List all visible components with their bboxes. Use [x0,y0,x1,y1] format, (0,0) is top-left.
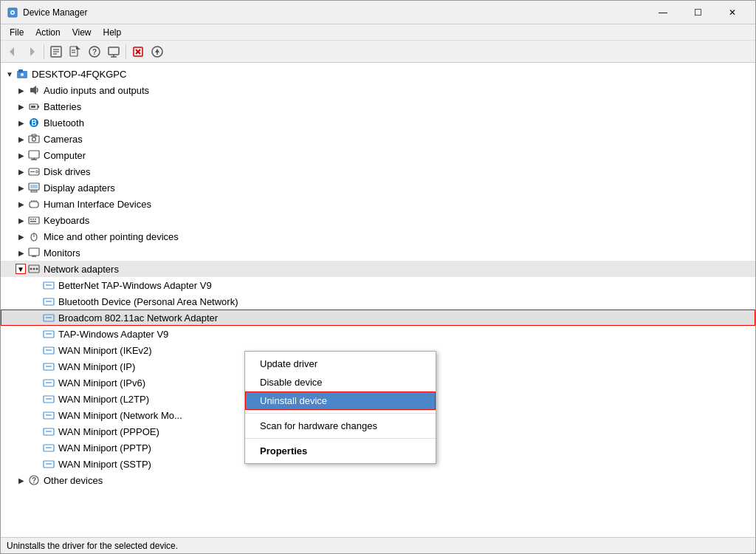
tree-item-hid[interactable]: ▶ Human Interface Devices [1,196,755,212]
otherdevices-icon: ? [27,474,41,486]
scan-hardware-button[interactable] [105,43,123,61]
svg-point-40 [36,171,38,173]
tree-item-bluetooth[interactable]: ▶ B Bluetooth [1,114,755,131]
download-button[interactable] [148,43,166,61]
back-button[interactable] [4,43,21,61]
close-button[interactable]: ✕ [715,1,749,24]
computer-expand-icon[interactable]: ▶ [16,149,27,161]
tree-item-mice[interactable]: ▶ Mice and other pointing devices [1,228,755,244]
svg-marker-27 [30,86,36,95]
tree-item-otherdevices[interactable]: ▶ ? Other devices [1,472,755,488]
svg-point-62 [33,268,35,270]
svg-rect-51 [32,219,34,220]
toolbar-sep-1 [44,44,44,59]
broadcom-label: Broadcom 802.11ac Network Adapter [58,312,218,324]
keyboards-label: Keyboards [44,215,89,226]
wan-pppoe-label: WAN Miniport (PPPOE) [58,426,159,437]
svg-rect-57 [29,248,39,256]
diskdrives-icon [27,165,41,177]
bluetooth-expand-icon[interactable]: ▶ [16,117,27,129]
hid-expand-icon[interactable]: ▶ [16,198,27,210]
tree-item-computer[interactable]: ▶ Computer [1,147,755,163]
forward-button[interactable] [23,43,41,61]
displayadapters-icon [27,182,41,194]
toolbar-sep-2 [126,44,126,59]
device-manager-window: Device Manager — ☐ ✕ File Action View He… [0,0,756,554]
wan-ikev2-icon [42,344,55,356]
wan-ikev2-label: WAN Miniport (IKEv2) [58,345,152,356]
tree-item-diskdrives[interactable]: ▶ Disk drives [1,163,755,179]
tree-item-cameras[interactable]: ▶ Cameras [1,131,755,147]
wan-sstp-label: WAN Miniport (SSTP) [58,459,151,470]
context-uninstall-device[interactable]: Uninstall device [245,391,436,410]
context-properties[interactable]: Properties [245,442,436,460]
otherdevices-expand-icon[interactable]: ▶ [16,474,27,486]
root-icon [16,68,29,80]
context-scan-hardware[interactable]: Scan for hardware changes [245,417,436,435]
status-bar: Uninstalls the driver for the selected d… [1,537,755,553]
uninstall-button[interactable] [129,43,147,61]
tree-pane[interactable]: ▼ DESKTOP-4FQKGPC ▶ [1,63,755,537]
root-expand-icon[interactable]: ▼ [4,68,16,80]
displayadapters-label: Display adapters [44,182,115,194]
tree-root[interactable]: ▼ DESKTOP-4FQKGPC [1,66,755,82]
tap-label: TAP-Windows Adapter V9 [58,329,168,340]
bluetooth-icon: B [27,117,41,129]
monitors-expand-icon[interactable]: ▶ [16,247,27,259]
help-button[interactable]: ? [86,43,103,61]
displayadapters-expand-icon[interactable]: ▶ [16,182,27,194]
computer-label: Computer [44,150,86,161]
svg-rect-25 [18,69,23,72]
tree-item-keyboards[interactable]: ▶ Keyboards [1,212,755,228]
tap-icon [42,328,55,340]
menu-action[interactable]: Action [30,26,66,39]
mice-label: Mice and other pointing devices [44,231,179,242]
menu-file[interactable]: File [4,26,30,39]
networkadapters-expand-icon[interactable]: ▼ [16,264,26,274]
svg-text:?: ? [32,476,36,485]
context-disable-device[interactable]: Disable device [245,373,436,391]
title-bar-icon [7,7,18,18]
tree-item-audio[interactable]: ▶ Audio inputs and outputs [1,82,755,98]
tree-item-tap[interactable]: ▶ TAP-Windows Adapter V9 [1,326,755,342]
context-update-driver[interactable]: Update driver [245,355,436,373]
svg-marker-3 [10,47,14,56]
menu-view[interactable]: View [66,26,97,39]
broadcom-icon [42,312,55,324]
wan-l2tp-label: WAN Miniport (L2TP) [58,394,149,405]
audio-expand-icon[interactable]: ▶ [16,84,27,96]
tree-item-displayadapters[interactable]: ▶ Display adapters [1,179,755,196]
tree-item-bluetoothdevice[interactable]: ▶ Bluetooth Device (Personal Area Networ… [1,293,755,310]
wan-sstp-icon [42,458,55,470]
title-bar: Device Manager — ☐ ✕ [1,1,755,24]
bluetoothdevice-icon [42,295,55,307]
tree-item-batteries[interactable]: ▶ Batteries [1,98,755,114]
wan-pptp-label: WAN Miniport (PPTP) [58,442,151,454]
tree-item-betternet[interactable]: ▶ BetterNet TAP-Windows Adapter V9 [1,277,755,293]
mice-expand-icon[interactable]: ▶ [16,230,27,242]
keyboards-expand-icon[interactable]: ▶ [16,214,27,226]
cameras-expand-icon[interactable]: ▶ [16,133,27,145]
update-driver-button[interactable] [66,43,84,61]
bluetoothdevice-label: Bluetooth Device (Personal Area Network) [58,296,238,307]
batteries-expand-icon[interactable]: ▶ [16,100,27,112]
svg-rect-50 [30,219,32,220]
menu-help[interactable]: Help [97,26,128,39]
tree-item-networkadapters[interactable]: ▼ Network adapters [1,261,755,277]
diskdrives-label: Disk drives [44,166,91,177]
svg-rect-49 [29,217,39,224]
context-separator-2 [245,438,436,439]
minimize-button[interactable]: — [646,1,680,24]
maximize-button[interactable]: ☐ [681,1,715,24]
tree-item-monitors[interactable]: ▶ Monitors [1,244,755,261]
open-properties-button[interactable] [47,43,65,61]
diskdrives-expand-icon[interactable]: ▶ [16,165,27,177]
svg-rect-45 [30,202,38,208]
hid-icon [27,198,41,210]
svg-point-34 [32,137,36,141]
tree-item-broadcom[interactable]: ▶ Broadcom 802.11ac Network Adapter [1,310,755,326]
root-label: DESKTOP-4FQKGPC [32,69,126,80]
keyboards-icon [27,214,41,226]
bluetooth-label: Bluetooth [44,117,84,129]
title-bar-title: Device Manager [23,7,646,18]
